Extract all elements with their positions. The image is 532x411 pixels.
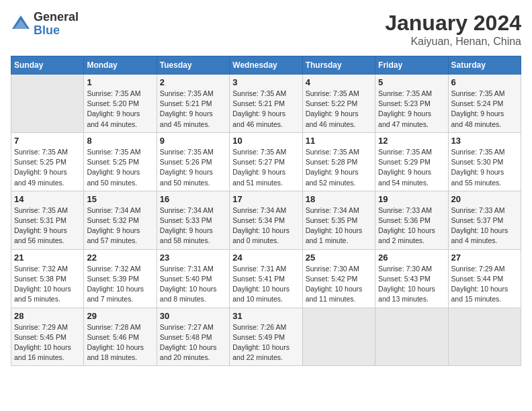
day-number: 28 (14, 311, 81, 321)
page-header: General Blue January 2024 Kaiyuan, Henan… (11, 11, 521, 48)
day-info: Sunrise: 7:27 AM Sunset: 5:48 PM Dayligh… (160, 322, 226, 363)
logo-blue: Blue (34, 24, 79, 38)
calendar-cell: 8Sunrise: 7:35 AM Sunset: 5:25 PM Daylig… (84, 132, 157, 191)
calendar-cell: 20Sunrise: 7:33 AM Sunset: 5:37 PM Dayli… (448, 191, 521, 249)
day-info: Sunrise: 7:35 AM Sunset: 5:23 PM Dayligh… (378, 89, 445, 130)
day-info: Sunrise: 7:34 AM Sunset: 5:32 PM Dayligh… (87, 205, 153, 246)
day-number: 6 (451, 77, 518, 87)
day-number: 2 (160, 77, 226, 87)
calendar-cell: 28Sunrise: 7:29 AM Sunset: 5:45 PM Dayli… (11, 308, 84, 366)
day-info: Sunrise: 7:26 AM Sunset: 5:49 PM Dayligh… (232, 322, 299, 363)
day-number: 3 (232, 77, 299, 87)
calendar-cell: 22Sunrise: 7:32 AM Sunset: 5:39 PM Dayli… (84, 249, 157, 308)
day-info: Sunrise: 7:35 AM Sunset: 5:27 PM Dayligh… (232, 147, 299, 188)
calendar-cell: 5Sunrise: 7:35 AM Sunset: 5:23 PM Daylig… (375, 75, 448, 133)
calendar-header: Sunday Monday Tuesday Wednesday Thursday… (11, 56, 521, 75)
header-sunday: Sunday (11, 56, 84, 75)
calendar-cell: 6Sunrise: 7:35 AM Sunset: 5:24 PM Daylig… (448, 75, 521, 133)
title-area: January 2024 Kaiyuan, Henan, China (385, 11, 521, 48)
day-info: Sunrise: 7:35 AM Sunset: 5:24 PM Dayligh… (451, 89, 518, 130)
day-number: 31 (232, 311, 299, 321)
calendar-cell (375, 308, 448, 366)
day-info: Sunrise: 7:35 AM Sunset: 5:20 PM Dayligh… (87, 89, 153, 130)
day-info: Sunrise: 7:34 AM Sunset: 5:34 PM Dayligh… (232, 205, 299, 246)
calendar-week-2: 7Sunrise: 7:35 AM Sunset: 5:25 PM Daylig… (11, 132, 521, 191)
calendar-cell: 9Sunrise: 7:35 AM Sunset: 5:26 PM Daylig… (157, 132, 229, 191)
calendar-cell (448, 308, 521, 366)
calendar-week-5: 28Sunrise: 7:29 AM Sunset: 5:45 PM Dayli… (11, 308, 521, 366)
header-tuesday: Tuesday (157, 56, 229, 75)
calendar-cell: 14Sunrise: 7:35 AM Sunset: 5:31 PM Dayli… (11, 191, 84, 249)
day-number: 20 (451, 194, 518, 204)
header-saturday: Saturday (448, 56, 521, 75)
day-number: 7 (14, 136, 81, 146)
calendar-week-1: 1Sunrise: 7:35 AM Sunset: 5:20 PM Daylig… (11, 75, 521, 133)
header-friday: Friday (375, 56, 448, 75)
day-info: Sunrise: 7:29 AM Sunset: 5:45 PM Dayligh… (14, 322, 81, 363)
day-number: 1 (87, 77, 153, 87)
day-number: 29 (87, 311, 153, 321)
day-info: Sunrise: 7:30 AM Sunset: 5:43 PM Dayligh… (378, 264, 445, 305)
day-info: Sunrise: 7:31 AM Sunset: 5:40 PM Dayligh… (160, 264, 226, 305)
day-number: 23 (160, 253, 226, 263)
day-info: Sunrise: 7:33 AM Sunset: 5:36 PM Dayligh… (378, 205, 445, 246)
main-title: January 2024 (385, 11, 521, 36)
day-info: Sunrise: 7:34 AM Sunset: 5:35 PM Dayligh… (306, 205, 372, 246)
calendar-cell: 24Sunrise: 7:31 AM Sunset: 5:41 PM Dayli… (230, 249, 302, 308)
calendar-cell: 31Sunrise: 7:26 AM Sunset: 5:49 PM Dayli… (230, 308, 302, 366)
day-number: 10 (232, 136, 299, 146)
day-info: Sunrise: 7:32 AM Sunset: 5:39 PM Dayligh… (87, 264, 153, 305)
day-number: 11 (306, 136, 372, 146)
day-info: Sunrise: 7:35 AM Sunset: 5:31 PM Dayligh… (14, 205, 81, 246)
logo-text: General Blue (34, 11, 79, 38)
calendar-cell: 10Sunrise: 7:35 AM Sunset: 5:27 PM Dayli… (230, 132, 302, 191)
logo: General Blue (11, 11, 79, 38)
calendar-cell: 26Sunrise: 7:30 AM Sunset: 5:43 PM Dayli… (375, 249, 448, 308)
day-number: 14 (14, 194, 81, 204)
day-info: Sunrise: 7:35 AM Sunset: 5:29 PM Dayligh… (378, 147, 445, 188)
day-info: Sunrise: 7:29 AM Sunset: 5:44 PM Dayligh… (451, 264, 518, 305)
calendar-cell: 16Sunrise: 7:34 AM Sunset: 5:33 PM Dayli… (157, 191, 229, 249)
calendar-cell (302, 308, 375, 366)
calendar-cell (11, 75, 84, 133)
calendar-cell: 4Sunrise: 7:35 AM Sunset: 5:22 PM Daylig… (302, 75, 375, 133)
header-wednesday: Wednesday (230, 56, 302, 75)
day-info: Sunrise: 7:30 AM Sunset: 5:42 PM Dayligh… (306, 264, 372, 305)
calendar-cell: 29Sunrise: 7:28 AM Sunset: 5:46 PM Dayli… (84, 308, 157, 366)
calendar-cell: 21Sunrise: 7:32 AM Sunset: 5:38 PM Dayli… (11, 249, 84, 308)
day-number: 19 (378, 194, 445, 204)
calendar-cell: 3Sunrise: 7:35 AM Sunset: 5:21 PM Daylig… (230, 75, 302, 133)
day-number: 4 (306, 77, 372, 87)
calendar-cell: 17Sunrise: 7:34 AM Sunset: 5:34 PM Dayli… (230, 191, 302, 249)
day-number: 12 (378, 136, 445, 146)
calendar-cell: 25Sunrise: 7:30 AM Sunset: 5:42 PM Dayli… (302, 249, 375, 308)
header-monday: Monday (84, 56, 157, 75)
day-number: 9 (160, 136, 226, 146)
day-number: 27 (451, 253, 518, 263)
calendar-cell: 1Sunrise: 7:35 AM Sunset: 5:20 PM Daylig… (84, 75, 157, 133)
day-number: 30 (160, 311, 226, 321)
calendar-cell: 30Sunrise: 7:27 AM Sunset: 5:48 PM Dayli… (157, 308, 229, 366)
day-number: 21 (14, 253, 81, 263)
day-info: Sunrise: 7:35 AM Sunset: 5:22 PM Dayligh… (306, 89, 372, 130)
calendar-table: Sunday Monday Tuesday Wednesday Thursday… (11, 56, 521, 366)
calendar-cell: 19Sunrise: 7:33 AM Sunset: 5:36 PM Dayli… (375, 191, 448, 249)
day-number: 17 (232, 194, 299, 204)
day-number: 5 (378, 77, 445, 87)
day-number: 8 (87, 136, 153, 146)
day-number: 26 (378, 253, 445, 263)
day-number: 25 (306, 253, 372, 263)
day-info: Sunrise: 7:35 AM Sunset: 5:21 PM Dayligh… (160, 89, 226, 130)
calendar-cell: 23Sunrise: 7:31 AM Sunset: 5:40 PM Dayli… (157, 249, 229, 308)
day-info: Sunrise: 7:28 AM Sunset: 5:46 PM Dayligh… (87, 322, 153, 363)
day-number: 22 (87, 253, 153, 263)
calendar-cell: 12Sunrise: 7:35 AM Sunset: 5:29 PM Dayli… (375, 132, 448, 191)
day-number: 24 (232, 253, 299, 263)
header-thursday: Thursday (302, 56, 375, 75)
day-info: Sunrise: 7:35 AM Sunset: 5:28 PM Dayligh… (306, 147, 372, 188)
day-info: Sunrise: 7:32 AM Sunset: 5:38 PM Dayligh… (14, 264, 81, 305)
calendar-week-4: 21Sunrise: 7:32 AM Sunset: 5:38 PM Dayli… (11, 249, 521, 308)
day-info: Sunrise: 7:35 AM Sunset: 5:30 PM Dayligh… (451, 147, 518, 188)
day-info: Sunrise: 7:35 AM Sunset: 5:25 PM Dayligh… (14, 147, 81, 188)
day-number: 18 (306, 194, 372, 204)
